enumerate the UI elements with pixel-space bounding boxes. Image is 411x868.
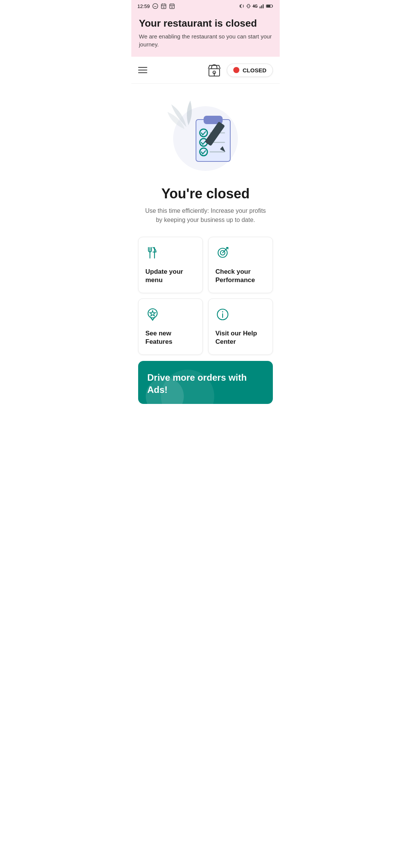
status-right: 4G (239, 3, 274, 9)
hamburger-menu[interactable] (138, 67, 147, 73)
svg-rect-14 (260, 6, 260, 8)
main-content: You're closed Use this time efficiently:… (131, 84, 280, 413)
svg-text:31: 31 (162, 6, 165, 8)
update-menu-label: Update your menu (145, 268, 196, 284)
see-features-card[interactable]: See new Features (138, 298, 203, 355)
calendar-icon-2: 31 (169, 3, 175, 9)
notification-banner: Your restaurant is closed We are enablin… (131, 11, 280, 57)
closed-status-badge[interactable]: CLOSED (227, 64, 273, 77)
svg-rect-15 (261, 5, 262, 8)
svg-text:31: 31 (171, 6, 173, 8)
battery-icon (266, 4, 274, 8)
nav-right: CLOSED (206, 62, 273, 78)
fork-knife-icon (145, 246, 196, 262)
top-nav: CLOSED (131, 57, 280, 84)
update-menu-card[interactable]: Update your menu (138, 237, 203, 293)
vibrate-icon (246, 3, 251, 9)
svg-marker-42 (150, 311, 156, 316)
promo-banner-text: Drive more orders with Ads! (147, 372, 264, 395)
star-badge-icon (145, 307, 196, 323)
banner-title: Your restaurant is closed (139, 18, 272, 29)
nfc-icon (239, 3, 244, 9)
whatsapp-icon (152, 3, 158, 9)
banner-subtitle: We are enabling the restaurant so you ca… (139, 32, 272, 48)
svg-rect-18 (266, 5, 270, 7)
clock: 12:59 (137, 3, 150, 9)
closed-label: CLOSED (242, 67, 266, 73)
target-icon (215, 246, 266, 262)
store-icon (206, 62, 222, 78)
closed-subtitle: Use this time efficiently: Increase your… (145, 206, 266, 225)
status-left: 12:59 31 31 (137, 3, 175, 9)
svg-rect-16 (263, 4, 263, 8)
closed-illustration (164, 93, 247, 177)
help-center-card[interactable]: Visit our Help Center (208, 298, 273, 355)
svg-point-47 (222, 311, 223, 313)
promo-banner[interactable]: Drive more orders with Ads! (138, 361, 273, 404)
svg-point-0 (153, 3, 158, 8)
calendar-icon-1: 31 (161, 3, 167, 9)
check-performance-label: Check your Performance (215, 268, 266, 284)
action-cards-grid: Update your menu Check your Performance (138, 237, 273, 355)
status-bar: 12:59 31 31 4G (131, 0, 280, 11)
red-dot-icon (233, 67, 239, 73)
closed-title: You're closed (161, 186, 250, 202)
info-circle-icon (215, 307, 266, 323)
signal-text: 4G (253, 4, 258, 8)
check-performance-card[interactable]: Check your Performance (208, 237, 273, 293)
svg-rect-11 (247, 4, 249, 8)
help-center-label: Visit our Help Center (215, 329, 266, 346)
see-features-label: See new Features (145, 329, 196, 346)
signal-bars-icon (259, 3, 264, 9)
